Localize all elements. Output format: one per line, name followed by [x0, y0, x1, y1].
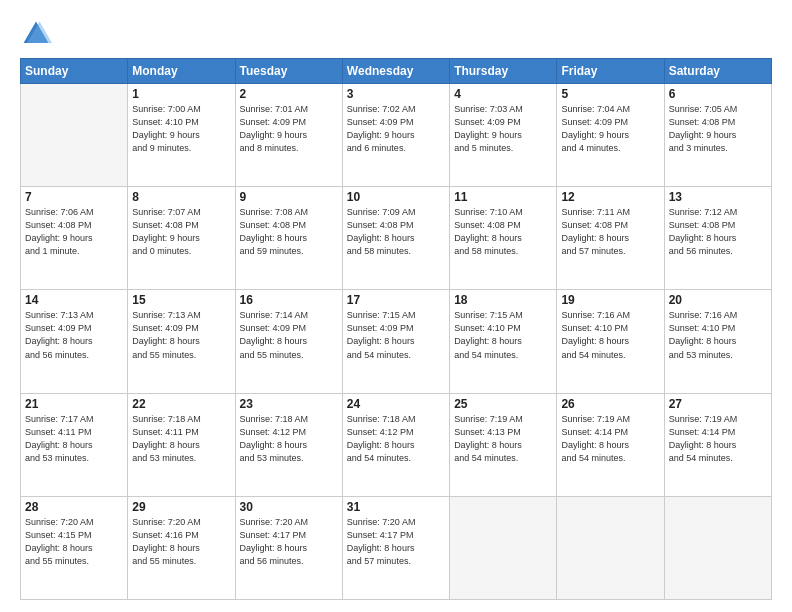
day-cell: 1Sunrise: 7:00 AM Sunset: 4:10 PM Daylig… — [128, 84, 235, 187]
day-number: 2 — [240, 87, 338, 101]
logo — [20, 18, 56, 50]
day-info: Sunrise: 7:20 AM Sunset: 4:15 PM Dayligh… — [25, 516, 123, 568]
day-info: Sunrise: 7:08 AM Sunset: 4:08 PM Dayligh… — [240, 206, 338, 258]
day-info: Sunrise: 7:14 AM Sunset: 4:09 PM Dayligh… — [240, 309, 338, 361]
day-info: Sunrise: 7:19 AM Sunset: 4:14 PM Dayligh… — [669, 413, 767, 465]
day-info: Sunrise: 7:10 AM Sunset: 4:08 PM Dayligh… — [454, 206, 552, 258]
day-number: 17 — [347, 293, 445, 307]
day-cell: 22Sunrise: 7:18 AM Sunset: 4:11 PM Dayli… — [128, 393, 235, 496]
day-info: Sunrise: 7:05 AM Sunset: 4:08 PM Dayligh… — [669, 103, 767, 155]
logo-icon — [20, 18, 52, 50]
weekday-header-thursday: Thursday — [450, 59, 557, 84]
day-info: Sunrise: 7:20 AM Sunset: 4:16 PM Dayligh… — [132, 516, 230, 568]
day-cell: 7Sunrise: 7:06 AM Sunset: 4:08 PM Daylig… — [21, 187, 128, 290]
day-info: Sunrise: 7:18 AM Sunset: 4:12 PM Dayligh… — [240, 413, 338, 465]
weekday-header-tuesday: Tuesday — [235, 59, 342, 84]
day-cell — [664, 496, 771, 599]
day-number: 21 — [25, 397, 123, 411]
day-info: Sunrise: 7:12 AM Sunset: 4:08 PM Dayligh… — [669, 206, 767, 258]
weekday-header-friday: Friday — [557, 59, 664, 84]
day-info: Sunrise: 7:16 AM Sunset: 4:10 PM Dayligh… — [669, 309, 767, 361]
day-cell: 6Sunrise: 7:05 AM Sunset: 4:08 PM Daylig… — [664, 84, 771, 187]
day-info: Sunrise: 7:06 AM Sunset: 4:08 PM Dayligh… — [25, 206, 123, 258]
calendar-page: SundayMondayTuesdayWednesdayThursdayFrid… — [0, 0, 792, 612]
day-info: Sunrise: 7:15 AM Sunset: 4:10 PM Dayligh… — [454, 309, 552, 361]
day-cell — [557, 496, 664, 599]
day-info: Sunrise: 7:11 AM Sunset: 4:08 PM Dayligh… — [561, 206, 659, 258]
day-cell — [450, 496, 557, 599]
day-number: 15 — [132, 293, 230, 307]
day-number: 18 — [454, 293, 552, 307]
day-cell: 15Sunrise: 7:13 AM Sunset: 4:09 PM Dayli… — [128, 290, 235, 393]
day-cell: 8Sunrise: 7:07 AM Sunset: 4:08 PM Daylig… — [128, 187, 235, 290]
day-number: 31 — [347, 500, 445, 514]
day-number: 22 — [132, 397, 230, 411]
day-number: 8 — [132, 190, 230, 204]
day-number: 9 — [240, 190, 338, 204]
day-info: Sunrise: 7:18 AM Sunset: 4:12 PM Dayligh… — [347, 413, 445, 465]
week-row-3: 14Sunrise: 7:13 AM Sunset: 4:09 PM Dayli… — [21, 290, 772, 393]
day-cell: 2Sunrise: 7:01 AM Sunset: 4:09 PM Daylig… — [235, 84, 342, 187]
day-number: 11 — [454, 190, 552, 204]
day-info: Sunrise: 7:15 AM Sunset: 4:09 PM Dayligh… — [347, 309, 445, 361]
week-row-5: 28Sunrise: 7:20 AM Sunset: 4:15 PM Dayli… — [21, 496, 772, 599]
weekday-header-sunday: Sunday — [21, 59, 128, 84]
day-info: Sunrise: 7:20 AM Sunset: 4:17 PM Dayligh… — [347, 516, 445, 568]
week-row-2: 7Sunrise: 7:06 AM Sunset: 4:08 PM Daylig… — [21, 187, 772, 290]
day-info: Sunrise: 7:09 AM Sunset: 4:08 PM Dayligh… — [347, 206, 445, 258]
day-number: 13 — [669, 190, 767, 204]
day-number: 14 — [25, 293, 123, 307]
day-cell: 9Sunrise: 7:08 AM Sunset: 4:08 PM Daylig… — [235, 187, 342, 290]
header — [20, 18, 772, 50]
day-cell: 18Sunrise: 7:15 AM Sunset: 4:10 PM Dayli… — [450, 290, 557, 393]
day-info: Sunrise: 7:17 AM Sunset: 4:11 PM Dayligh… — [25, 413, 123, 465]
day-cell: 27Sunrise: 7:19 AM Sunset: 4:14 PM Dayli… — [664, 393, 771, 496]
day-cell: 16Sunrise: 7:14 AM Sunset: 4:09 PM Dayli… — [235, 290, 342, 393]
day-cell: 31Sunrise: 7:20 AM Sunset: 4:17 PM Dayli… — [342, 496, 449, 599]
day-number: 5 — [561, 87, 659, 101]
day-cell: 5Sunrise: 7:04 AM Sunset: 4:09 PM Daylig… — [557, 84, 664, 187]
day-info: Sunrise: 7:13 AM Sunset: 4:09 PM Dayligh… — [25, 309, 123, 361]
day-info: Sunrise: 7:13 AM Sunset: 4:09 PM Dayligh… — [132, 309, 230, 361]
day-cell: 11Sunrise: 7:10 AM Sunset: 4:08 PM Dayli… — [450, 187, 557, 290]
day-cell: 23Sunrise: 7:18 AM Sunset: 4:12 PM Dayli… — [235, 393, 342, 496]
day-number: 30 — [240, 500, 338, 514]
weekday-header-wednesday: Wednesday — [342, 59, 449, 84]
day-cell: 3Sunrise: 7:02 AM Sunset: 4:09 PM Daylig… — [342, 84, 449, 187]
week-row-4: 21Sunrise: 7:17 AM Sunset: 4:11 PM Dayli… — [21, 393, 772, 496]
day-number: 19 — [561, 293, 659, 307]
day-cell: 20Sunrise: 7:16 AM Sunset: 4:10 PM Dayli… — [664, 290, 771, 393]
calendar-table: SundayMondayTuesdayWednesdayThursdayFrid… — [20, 58, 772, 600]
day-number: 28 — [25, 500, 123, 514]
day-cell: 24Sunrise: 7:18 AM Sunset: 4:12 PM Dayli… — [342, 393, 449, 496]
day-cell — [21, 84, 128, 187]
day-cell: 25Sunrise: 7:19 AM Sunset: 4:13 PM Dayli… — [450, 393, 557, 496]
day-info: Sunrise: 7:01 AM Sunset: 4:09 PM Dayligh… — [240, 103, 338, 155]
day-info: Sunrise: 7:16 AM Sunset: 4:10 PM Dayligh… — [561, 309, 659, 361]
day-cell: 12Sunrise: 7:11 AM Sunset: 4:08 PM Dayli… — [557, 187, 664, 290]
day-cell: 30Sunrise: 7:20 AM Sunset: 4:17 PM Dayli… — [235, 496, 342, 599]
day-info: Sunrise: 7:03 AM Sunset: 4:09 PM Dayligh… — [454, 103, 552, 155]
day-cell: 14Sunrise: 7:13 AM Sunset: 4:09 PM Dayli… — [21, 290, 128, 393]
day-cell: 4Sunrise: 7:03 AM Sunset: 4:09 PM Daylig… — [450, 84, 557, 187]
day-number: 24 — [347, 397, 445, 411]
day-info: Sunrise: 7:20 AM Sunset: 4:17 PM Dayligh… — [240, 516, 338, 568]
day-info: Sunrise: 7:19 AM Sunset: 4:14 PM Dayligh… — [561, 413, 659, 465]
day-number: 3 — [347, 87, 445, 101]
day-info: Sunrise: 7:04 AM Sunset: 4:09 PM Dayligh… — [561, 103, 659, 155]
day-number: 26 — [561, 397, 659, 411]
day-cell: 26Sunrise: 7:19 AM Sunset: 4:14 PM Dayli… — [557, 393, 664, 496]
day-number: 12 — [561, 190, 659, 204]
day-number: 16 — [240, 293, 338, 307]
day-info: Sunrise: 7:00 AM Sunset: 4:10 PM Dayligh… — [132, 103, 230, 155]
day-number: 7 — [25, 190, 123, 204]
day-cell: 28Sunrise: 7:20 AM Sunset: 4:15 PM Dayli… — [21, 496, 128, 599]
day-number: 29 — [132, 500, 230, 514]
weekday-header-monday: Monday — [128, 59, 235, 84]
day-info: Sunrise: 7:02 AM Sunset: 4:09 PM Dayligh… — [347, 103, 445, 155]
day-number: 4 — [454, 87, 552, 101]
weekday-header-row: SundayMondayTuesdayWednesdayThursdayFrid… — [21, 59, 772, 84]
day-number: 6 — [669, 87, 767, 101]
day-number: 27 — [669, 397, 767, 411]
day-info: Sunrise: 7:19 AM Sunset: 4:13 PM Dayligh… — [454, 413, 552, 465]
